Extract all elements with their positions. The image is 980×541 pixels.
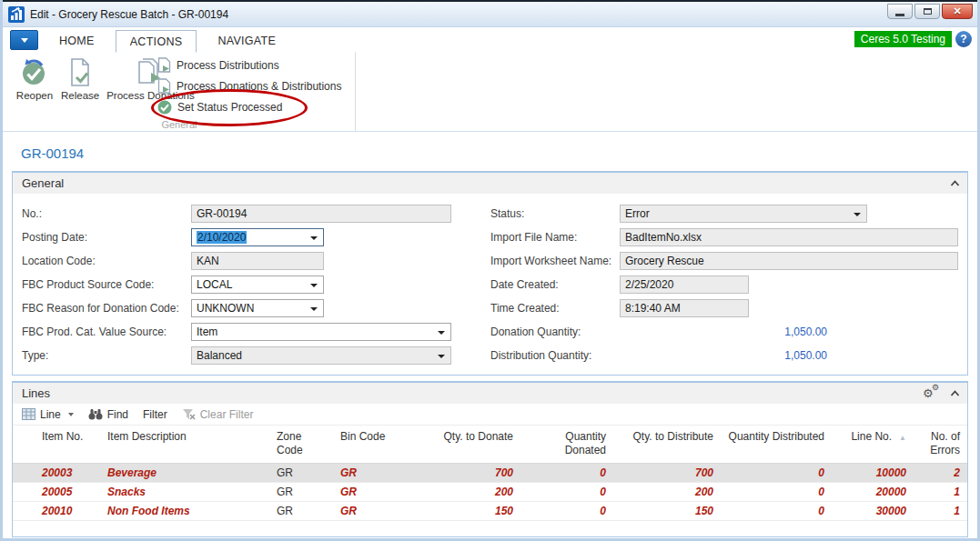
environment-badge: Ceres 5.0 Testing	[854, 31, 952, 47]
general-fasttab-header[interactable]: General	[13, 173, 967, 194]
distribution-quantity-value[interactable]: 1,050.00	[620, 349, 827, 362]
grid-icon	[22, 408, 35, 420]
col-item-no[interactable]: Item No.	[13, 426, 100, 464]
chevron-down-icon	[68, 413, 74, 416]
status-label: Status:	[490, 207, 620, 220]
col-line-no[interactable]: Line No.▲	[832, 426, 914, 464]
donation-quantity-label: Donation Quantity:	[490, 326, 620, 338]
time-created-field[interactable]: 8:19:40 AM	[620, 299, 749, 317]
chevron-down-icon	[310, 284, 318, 287]
find-button[interactable]: Find	[88, 408, 128, 421]
general-right-column: Status: Error Import File Name: BadItemN…	[490, 202, 960, 367]
date-created-field[interactable]: 2/25/2020	[620, 276, 749, 294]
col-bin-code[interactable]: Bin Code	[333, 426, 411, 464]
release-button[interactable]: Release	[59, 55, 101, 104]
import-worksheet-label: Import Worksheet Name:	[490, 255, 620, 267]
reopen-button[interactable]: Reopen	[14, 55, 56, 104]
col-quantity-distributed[interactable]: Quantity Distributed	[721, 426, 832, 464]
posting-date-label: Posting Date:	[22, 231, 191, 244]
process-distributions-button[interactable]: Process Distributions	[157, 57, 341, 73]
clear-filter-icon	[182, 408, 196, 420]
tab-home[interactable]: HOME	[45, 29, 108, 52]
set-status-processed-button[interactable]: Set Status Processed	[157, 99, 341, 115]
import-file-label: Import File Name:	[490, 231, 620, 244]
tab-actions[interactable]: ACTIONS	[116, 30, 197, 53]
filter-button[interactable]: Filter	[143, 408, 167, 421]
process-donations-distributions-button[interactable]: Process Donations & Distributions	[157, 78, 341, 94]
col-quantity-donated[interactable]: Quantity Donated	[520, 426, 613, 464]
fbc-prod-cat-label: FBC Prod. Cat. Value Source:	[22, 326, 191, 338]
minimize-button[interactable]	[887, 4, 913, 19]
title-bar: Edit - Grocery Rescue Batch - GR-00194 ✕	[3, 0, 977, 27]
lines-table-header-row: Item No. Item Description Zone Code Bin …	[13, 426, 967, 464]
table-row[interactable]: 20010 Non Food Items GR GR 150 0 150 0 3…	[13, 502, 967, 521]
time-created-label: Time Created:	[490, 302, 620, 315]
table-row[interactable]: 20005 Snacks GR GR 200 0 200 0 20000 1	[13, 483, 967, 502]
chevron-down-icon	[21, 38, 28, 43]
close-button[interactable]: ✕	[942, 4, 973, 19]
help-button[interactable]: ?	[955, 31, 972, 47]
no-label: No.:	[22, 207, 191, 220]
col-no-of-errors[interactable]: No. of Errors	[914, 426, 967, 464]
donation-quantity-value[interactable]: 1,050.00	[620, 326, 827, 338]
lines-table: Item No. Item Description Zone Code Bin …	[13, 426, 967, 521]
process-distributions-icon	[157, 57, 171, 73]
lines-fasttab-title: Lines	[22, 386, 50, 400]
lines-fasttab: Lines ⚙⚙ Line	[12, 381, 968, 537]
sort-ascending-icon: ▲	[899, 434, 906, 442]
general-left-column: No.: GR-00194 Posting Date: 2/10/2020 Lo…	[22, 202, 490, 367]
chevron-down-icon	[310, 236, 318, 240]
process-donations-distributions-icon	[157, 78, 171, 94]
import-file-field[interactable]: BadItemNo.xlsx	[620, 228, 958, 246]
chevron-down-icon	[438, 355, 445, 358]
set-status-processed-icon	[157, 100, 172, 115]
fbc-product-source-field[interactable]: LOCAL	[191, 276, 324, 294]
lines-toolbar: Line Find Filter	[13, 404, 967, 426]
status-field[interactable]: Error	[620, 205, 867, 223]
type-field[interactable]: Balanced	[191, 346, 451, 365]
application-menu-button[interactable]	[10, 30, 38, 50]
minimize-icon	[895, 14, 904, 16]
release-icon	[65, 56, 96, 87]
table-row[interactable]: 20003 Beverage GR GR 700 0 700 0 10000 2	[13, 464, 967, 483]
clear-filter-button[interactable]: Clear Filter	[182, 408, 254, 421]
posting-date-field[interactable]: 2/10/2020	[191, 228, 324, 246]
question-mark-icon: ?	[960, 33, 966, 45]
tab-navigate[interactable]: NAVIGATE	[204, 29, 289, 52]
lines-fasttab-header[interactable]: Lines ⚙⚙	[13, 383, 967, 404]
line-menu-button[interactable]: Line	[22, 408, 74, 421]
ribbon-group-general: Reopen Release Process	[3, 52, 356, 131]
chevron-down-icon	[854, 213, 861, 216]
page-title: GR-00194	[21, 145, 977, 161]
ribbon-group-label: General	[3, 119, 356, 130]
distribution-quantity-label: Distribution Quantity:	[490, 349, 620, 362]
binoculars-icon	[88, 408, 103, 420]
col-qty-to-donate[interactable]: Qty. to Donate	[411, 426, 520, 464]
date-created-label: Date Created:	[490, 278, 620, 291]
app-window: Edit - Grocery Rescue Batch - GR-00194 ✕…	[0, 0, 980, 541]
no-field[interactable]: GR-00194	[191, 205, 451, 223]
fbc-reason-field[interactable]: UNKNOWN	[191, 299, 324, 317]
fbc-prod-cat-field[interactable]: Item	[191, 323, 451, 341]
col-item-description[interactable]: Item Description	[100, 426, 269, 464]
fbc-reason-label: FBC Reason for Donation Code:	[22, 302, 191, 315]
close-icon: ✕	[953, 6, 961, 16]
fbc-product-source-label: FBC Product Source Code:	[22, 278, 191, 291]
window-title: Edit - Grocery Rescue Batch - GR-00194	[30, 8, 228, 21]
location-code-field[interactable]: KAN	[191, 252, 324, 270]
chevron-down-icon	[310, 307, 318, 311]
app-icon	[8, 6, 25, 23]
ribbon: Reopen Release Process	[3, 52, 977, 132]
ribbon-tab-row: HOME ACTIONS NAVIGATE Ceres 5.0 Testing …	[3, 27, 977, 52]
customize-gear-icon[interactable]: ⚙⚙	[923, 386, 941, 401]
col-zone-code[interactable]: Zone Code	[269, 426, 333, 464]
collapse-chevron-icon[interactable]	[950, 390, 960, 396]
general-fasttab: General No.: GR-00194 Posting Date: 2/10…	[12, 171, 968, 376]
col-qty-to-distribute[interactable]: Qty. to Distribute	[613, 426, 721, 464]
import-worksheet-field[interactable]: Grocery Rescue	[620, 252, 958, 270]
maximize-button[interactable]	[914, 4, 940, 19]
collapse-chevron-icon[interactable]	[950, 180, 960, 186]
chevron-down-icon	[438, 331, 445, 335]
type-label: Type:	[22, 349, 191, 362]
general-fasttab-title: General	[22, 176, 64, 190]
